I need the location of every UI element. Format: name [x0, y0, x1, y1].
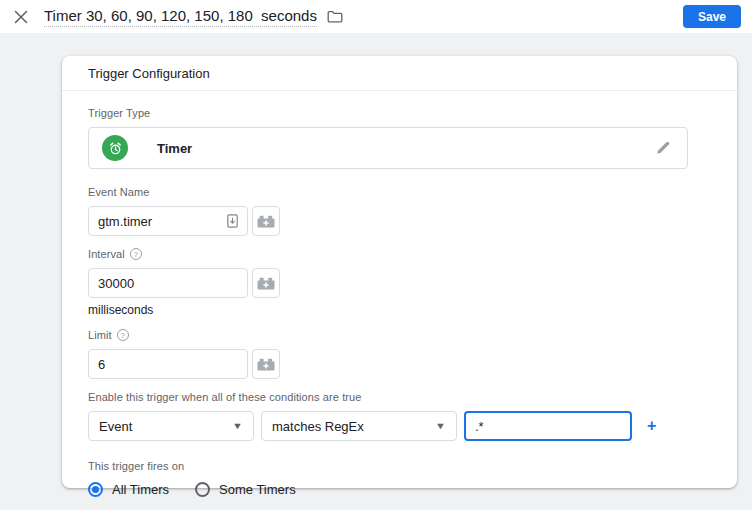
interval-help-icon[interactable]: ? — [130, 248, 142, 260]
radio-option-label: All Timers — [112, 482, 169, 497]
radio-unselected-icon[interactable] — [195, 482, 210, 497]
save-button[interactable]: Save — [683, 5, 741, 28]
chevron-down-icon: ▼ — [232, 421, 243, 431]
edit-pencil-icon[interactable] — [655, 140, 671, 156]
timer-icon — [102, 135, 128, 161]
limit-help-icon[interactable]: ? — [117, 329, 129, 341]
radio-option-all-timers[interactable]: All Timers — [88, 482, 169, 497]
limit-label: Limit — [88, 329, 112, 341]
limit-label-group: Limit ? — [88, 329, 711, 341]
top-bar: Timer 30, 60, 90, 120, 150, 180 seconds … — [0, 0, 752, 33]
chevron-down-icon: ▼ — [435, 421, 446, 431]
condition-row: Event ▼ matches RegEx ▼ .* + — [88, 411, 711, 441]
fires-on-label: This trigger fires on — [88, 460, 711, 472]
card-body: Trigger Type Timer Event Name gtm.timer — [62, 91, 737, 497]
variable-picker-button[interactable] — [252, 206, 280, 236]
interval-row: 30000 — [88, 268, 711, 298]
close-icon[interactable] — [13, 9, 29, 25]
event-name-label: Event Name — [88, 186, 711, 198]
limit-input[interactable]: 6 — [88, 349, 248, 379]
interval-input[interactable]: 30000 — [88, 268, 248, 298]
variable-picker-button[interactable] — [252, 349, 280, 379]
radio-option-label: Some Timers — [219, 482, 296, 497]
add-condition-button[interactable]: + — [647, 418, 656, 434]
condition-variable-value: Event — [99, 419, 132, 434]
trigger-type-value: Timer — [157, 141, 192, 156]
event-name-input[interactable]: gtm.timer — [88, 206, 248, 236]
radio-selected-icon[interactable] — [88, 482, 103, 497]
trigger-name-title[interactable]: Timer 30, 60, 90, 120, 150, 180 seconds — [44, 7, 317, 27]
interval-value: 30000 — [98, 276, 134, 291]
interval-label: Interval — [88, 248, 125, 260]
card-title: Trigger Configuration — [62, 56, 737, 91]
limit-value: 6 — [98, 357, 105, 372]
condition-variable-select[interactable]: Event ▼ — [88, 411, 254, 441]
radio-option-some-timers[interactable]: Some Timers — [195, 482, 296, 497]
folder-icon[interactable] — [327, 9, 343, 24]
trigger-type-label: Trigger Type — [88, 107, 711, 119]
fires-on-options: All Timers Some Timers — [88, 482, 711, 497]
event-name-row: gtm.timer — [88, 206, 711, 236]
conditions-label: Enable this trigger when all of these co… — [88, 391, 711, 403]
event-name-value: gtm.timer — [98, 214, 152, 229]
trigger-configuration-card: Trigger Configuration Trigger Type Timer… — [62, 56, 737, 488]
condition-value: .* — [475, 419, 484, 434]
autofill-icon[interactable] — [227, 214, 238, 228]
interval-label-group: Interval ? — [88, 248, 711, 260]
limit-row: 6 — [88, 349, 711, 379]
trigger-type-box[interactable]: Timer — [88, 127, 688, 169]
condition-value-input[interactable]: .* — [464, 411, 632, 441]
trigger-title-group: Timer 30, 60, 90, 120, 150, 180 seconds — [44, 7, 343, 27]
interval-unit: milliseconds — [88, 303, 711, 317]
variable-picker-button[interactable] — [252, 268, 280, 298]
condition-operator-value: matches RegEx — [272, 419, 364, 434]
condition-operator-select[interactable]: matches RegEx ▼ — [261, 411, 457, 441]
